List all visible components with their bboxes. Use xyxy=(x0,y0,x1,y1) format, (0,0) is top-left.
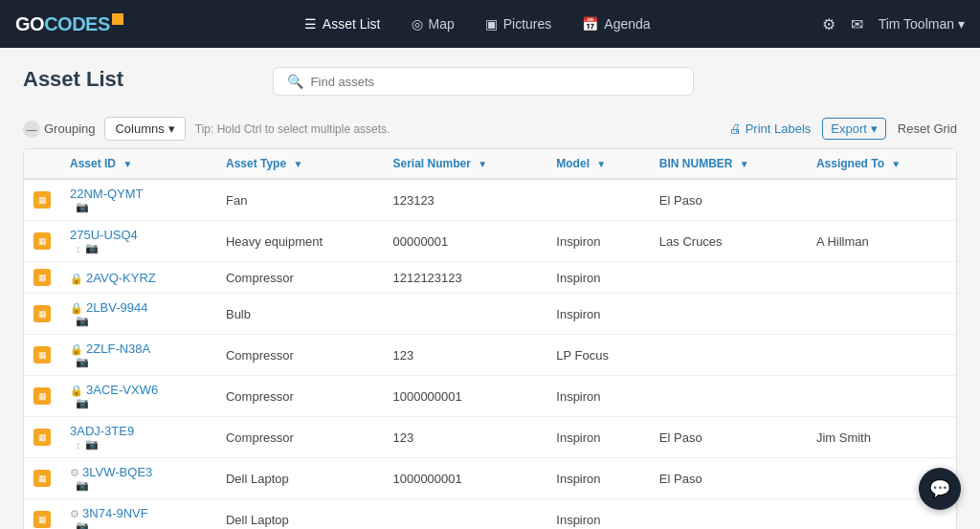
printer-icon: 🖨 xyxy=(729,121,742,136)
reset-grid-button[interactable]: Reset Grid xyxy=(898,121,957,136)
row-bin-cell: El Paso xyxy=(650,417,807,458)
grouping-button[interactable]: — Grouping xyxy=(23,121,95,138)
asset-id-cell[interactable]: 🔒 2LBV-9944 📷 xyxy=(60,294,216,335)
asset-id-cell[interactable]: 3ADJ-3TE9↕ 📷 xyxy=(60,417,216,458)
row-serial-cell: 1212123123 xyxy=(383,262,546,294)
export-button[interactable]: Export ▾ xyxy=(822,118,886,140)
columns-button[interactable]: Columns ▾ xyxy=(104,117,185,141)
row-actions: 📷 xyxy=(76,479,207,492)
asset-id-cell[interactable]: ⚙ 3LVW-BQE3 📷 xyxy=(60,458,216,499)
row-bin-cell: El Paso xyxy=(650,458,807,499)
chevron-down-icon: ▾ xyxy=(958,16,965,32)
nav-links: ☰ Asset List ◎ Map ▣ Pictures 📅 Agenda xyxy=(152,11,803,37)
row-model-cell: Inspiron xyxy=(546,262,650,294)
row-asset-icon-cell: ▦ xyxy=(24,294,60,335)
asset-id-cell[interactable]: ⚙ 3N74-9NVF 📷 xyxy=(60,499,216,530)
row-assigned-cell: A Hillman xyxy=(807,221,956,262)
col-asset-type[interactable]: Asset Type ▼ xyxy=(216,149,384,179)
asset-qr-icon: ▦ xyxy=(33,387,51,405)
col-assigned-to[interactable]: Assigned To ▼ xyxy=(807,149,956,179)
row-asset-icon-cell: ▦ xyxy=(24,376,60,417)
asset-id-cell[interactable]: 22NM-QYMT 📷 xyxy=(60,179,216,221)
camera-icon: 📷 xyxy=(85,242,99,254)
user-menu[interactable]: Tim Toolman ▾ xyxy=(879,16,965,32)
row-type-cell: Compressor xyxy=(216,417,384,458)
toolbar: — Grouping Columns ▾ Tip: Hold Ctrl to s… xyxy=(23,117,957,141)
col-icon xyxy=(24,149,60,179)
row-bin-cell xyxy=(650,294,807,335)
asset-table-wrapper: Asset ID ▼ Asset Type ▼ Serial Number ▼ … xyxy=(23,148,957,529)
table-row[interactable]: ▦🔒 2LBV-9944 📷BulbInspiron xyxy=(24,294,956,335)
row-type-cell: Bulb xyxy=(216,294,384,335)
row-model-cell: Inspiron xyxy=(546,294,650,335)
table-row[interactable]: ▦🔒 3ACE-VXW6 📷Compressor1000000001Inspir… xyxy=(24,376,956,417)
col-model[interactable]: Model ▼ xyxy=(546,149,650,179)
table-row[interactable]: ▦3ADJ-3TE9↕ 📷Compressor123InspironEl Pas… xyxy=(24,417,956,458)
row-asset-icon-cell: ▦ xyxy=(24,458,60,499)
asset-qr-icon: ▦ xyxy=(33,305,51,322)
row-type-cell: Dell Laptop xyxy=(216,499,384,530)
col-bin-number[interactable]: BIN NUMBER ▼ xyxy=(650,149,807,179)
row-serial-cell xyxy=(383,294,546,335)
toolbar-right: 🖨 Print Labels Export ▾ Reset Grid xyxy=(729,118,957,140)
sort-icon-asset-id: ▼ xyxy=(122,159,132,169)
sort-icon-serial: ▼ xyxy=(478,159,487,169)
camera-icon: 📷 xyxy=(76,356,89,368)
print-labels-button[interactable]: 🖨 Print Labels xyxy=(729,121,812,136)
table-row[interactable]: ▦275U-USQ4↕ 📷Heavy equipment00000001Insp… xyxy=(24,221,956,262)
row-actions: ↕ 📷 xyxy=(76,242,207,254)
search-bar: 🔍 xyxy=(273,67,694,96)
asset-id-cell[interactable]: 🔒 3ACE-VXW6 📷 xyxy=(60,376,216,417)
filter-icon[interactable]: ⚙ xyxy=(822,15,835,33)
asset-qr-icon: ▦ xyxy=(33,346,51,364)
table-body: ▦22NM-QYMT 📷Fan123123El Paso▦275U-USQ4↕ … xyxy=(24,179,956,529)
row-asset-icon-cell: ▦ xyxy=(24,179,60,221)
sort-icon-asset-type: ▼ xyxy=(293,159,302,169)
navbar: GOCODES ☰ Asset List ◎ Map ▣ Pictures 📅 … xyxy=(0,0,980,48)
row-model-cell: Inspiron xyxy=(546,221,650,262)
col-asset-id[interactable]: Asset ID ▼ xyxy=(60,149,216,179)
arrows-icon: ↕ xyxy=(76,439,81,451)
row-model-cell: LP Focus xyxy=(546,335,650,376)
table-row[interactable]: ▦22NM-QYMT 📷Fan123123El Paso xyxy=(24,179,956,221)
nav-map[interactable]: ◎ Map xyxy=(398,11,468,37)
row-asset-icon-cell: ▦ xyxy=(24,262,60,294)
asset-qr-icon: ▦ xyxy=(33,232,51,250)
chat-icon: 💬 xyxy=(929,478,950,499)
asset-id-cell[interactable]: 🔒 2ZLF-N38A 📷 xyxy=(60,335,216,376)
nav-asset-list[interactable]: ☰ Asset List xyxy=(291,11,394,37)
row-actions: 📷 xyxy=(76,201,207,213)
nav-pictures[interactable]: ▣ Pictures xyxy=(472,11,566,37)
row-asset-icon-cell: ▦ xyxy=(24,417,60,458)
row-type-cell: Fan xyxy=(216,179,384,221)
table-row[interactable]: ▦🔒 2AVQ-KYRZCompressor1212123123Inspiron xyxy=(24,262,956,294)
table-row[interactable]: ▦🔒 2ZLF-N38A 📷Compressor123LP Focus xyxy=(24,335,956,376)
asset-table: Asset ID ▼ Asset Type ▼ Serial Number ▼ … xyxy=(24,149,956,529)
asset-qr-icon: ▦ xyxy=(33,269,51,286)
sort-icon-assigned: ▼ xyxy=(891,159,901,169)
chat-bubble[interactable]: 💬 xyxy=(919,468,961,510)
asset-id-cell[interactable]: 🔒 2AVQ-KYRZ xyxy=(60,262,216,294)
arrows-icon: ↕ xyxy=(76,243,81,254)
main-content: Asset List 🔍 — Grouping Columns ▾ Tip: H… xyxy=(0,48,980,529)
tip-text: Tip: Hold Ctrl to select multiple assets… xyxy=(195,122,720,136)
camera-icon: 📷 xyxy=(85,438,99,451)
asset-id-cell[interactable]: 275U-USQ4↕ 📷 xyxy=(60,221,216,262)
table-header-row: Asset ID ▼ Asset Type ▼ Serial Number ▼ … xyxy=(24,149,956,179)
table-row[interactable]: ▦⚙ 3LVW-BQE3 📷Dell Laptop1000000001Inspi… xyxy=(24,458,956,499)
row-assigned-cell xyxy=(807,376,956,417)
col-serial-number[interactable]: Serial Number ▼ xyxy=(383,149,546,179)
row-serial-cell: 123 xyxy=(383,417,546,458)
table-row[interactable]: ▦⚙ 3N74-9NVF 📷Dell LaptopInspiron xyxy=(24,499,956,530)
row-model-cell: Inspiron xyxy=(546,499,650,530)
search-input[interactable] xyxy=(311,75,679,89)
row-assigned-cell xyxy=(807,262,956,294)
row-actions: ↕ 📷 xyxy=(76,438,207,451)
row-assigned-cell xyxy=(807,294,956,335)
navbar-right: ⚙ ✉ Tim Toolman ▾ xyxy=(822,15,965,33)
row-assigned-cell xyxy=(807,179,956,221)
asset-qr-icon: ▦ xyxy=(33,470,51,487)
nav-agenda[interactable]: 📅 Agenda xyxy=(568,11,663,37)
row-serial-cell: 123 xyxy=(383,335,546,376)
mail-icon[interactable]: ✉ xyxy=(851,15,863,33)
